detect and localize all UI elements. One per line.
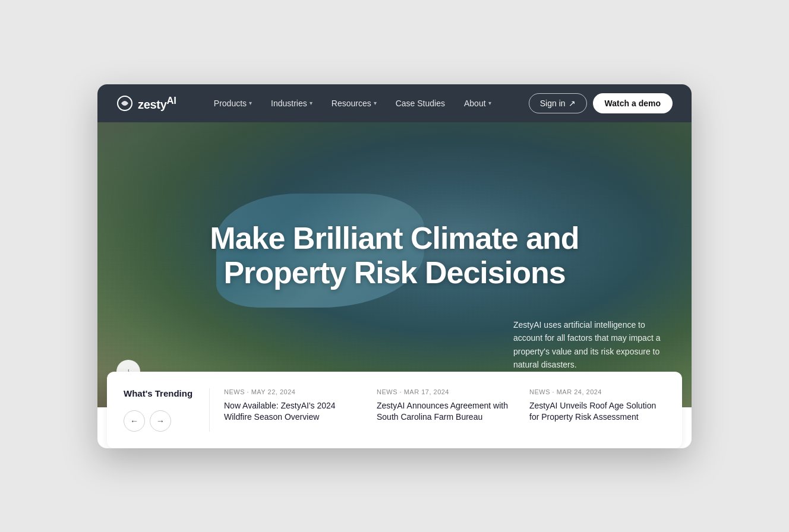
trending-label-column: What's Trending ← →: [124, 388, 195, 432]
nav-products[interactable]: Products ▾: [206, 94, 260, 113]
trending-section: What's Trending ← → NEWS · MAY 22, 2024 …: [107, 372, 682, 448]
article-item-2[interactable]: NEWS · MAR 17, 2024 ZestyAI Announces Ag…: [377, 388, 513, 423]
hero-title: Make Brilliant Climate and Property Risk…: [210, 221, 579, 289]
section-divider: [209, 388, 210, 432]
nav-about[interactable]: About ▾: [456, 94, 500, 113]
carousel-prev-button[interactable]: ←: [124, 410, 145, 432]
hero-description: ZestyAI uses artificial intelligence to …: [513, 318, 668, 372]
article-title-2: ZestyAI Announces Agreement with South C…: [377, 400, 513, 423]
logo[interactable]: zestyAI: [116, 95, 176, 112]
article-title-3: ZestyAI Unveils Roof Age Solution for Pr…: [529, 400, 665, 423]
hero-content: Make Brilliant Climate and Property Risk…: [186, 221, 602, 307]
carousel-controls: ← →: [124, 410, 195, 432]
about-chevron-icon: ▾: [488, 100, 491, 106]
article-title-1: Now Available: ZestyAI's 2024 Wildfire S…: [224, 400, 360, 423]
external-link-icon: ↗: [569, 99, 576, 108]
products-chevron-icon: ▾: [249, 100, 252, 106]
next-arrow-icon: →: [156, 416, 165, 426]
hero-section: Make Brilliant Climate and Property Risk…: [97, 122, 692, 407]
article-item-3[interactable]: NEWS · MAR 24, 2024 ZestyAI Unveils Roof…: [529, 388, 665, 423]
nav-resources[interactable]: Resources ▾: [323, 94, 385, 113]
nav-links: Products ▾ Industries ▾ Resources ▾ Case…: [206, 94, 500, 113]
article-meta-2: NEWS · MAR 17, 2024: [377, 388, 513, 395]
nav-industries[interactable]: Industries ▾: [263, 94, 321, 113]
brand-name: zestyAI: [138, 95, 176, 112]
prev-arrow-icon: ←: [130, 416, 138, 426]
navbar: zestyAI Products ▾ Industries ▾ Resource…: [97, 84, 692, 122]
article-meta-1: NEWS · MAY 22, 2024: [224, 388, 360, 395]
zesty-logo-icon: [116, 95, 133, 112]
nav-case-studies[interactable]: Case Studies: [387, 94, 453, 113]
brand-sup: AI: [167, 95, 176, 106]
nav-actions: Sign in ↗ Watch a demo: [529, 93, 673, 113]
browser-frame: zestyAI Products ▾ Industries ▾ Resource…: [97, 84, 692, 448]
trending-label: What's Trending: [124, 388, 195, 398]
carousel-next-button[interactable]: →: [150, 410, 171, 432]
watch-demo-button[interactable]: Watch a demo: [593, 93, 673, 113]
signin-button[interactable]: Sign in ↗: [529, 93, 587, 113]
article-meta-3: NEWS · MAR 24, 2024: [529, 388, 665, 395]
industries-chevron-icon: ▾: [310, 100, 313, 106]
resources-chevron-icon: ▾: [374, 100, 377, 106]
articles-grid: NEWS · MAY 22, 2024 Now Available: Zesty…: [224, 388, 665, 423]
article-item-1[interactable]: NEWS · MAY 22, 2024 Now Available: Zesty…: [224, 388, 360, 423]
